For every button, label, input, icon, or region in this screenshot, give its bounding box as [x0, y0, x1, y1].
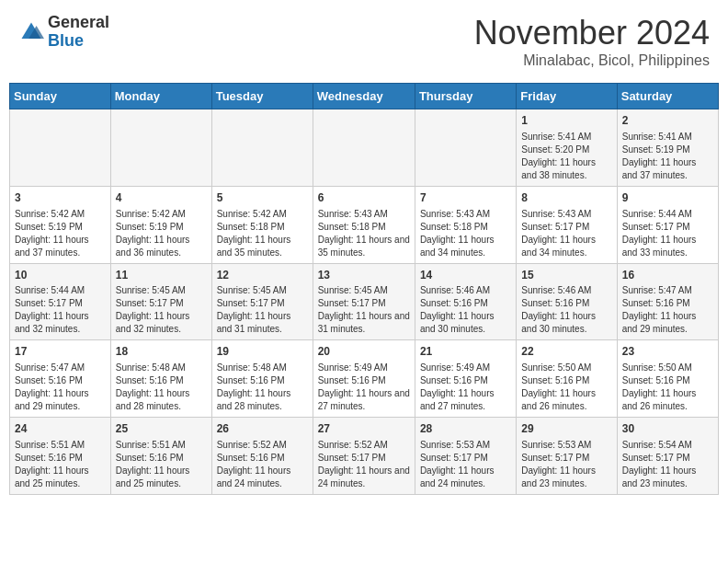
title-block: November 2024 Minalabac, Bicol, Philippi…	[474, 14, 710, 69]
weekday-header: Tuesday	[211, 84, 313, 109]
calendar-cell: 25Sunrise: 5:51 AMSunset: 5:16 PMDayligh…	[110, 418, 211, 495]
calendar-cell: 17Sunrise: 5:47 AMSunset: 5:16 PMDayligh…	[10, 340, 111, 418]
page-header: General Blue November 2024 Minalabac, Bi…	[9, 9, 719, 74]
day-info: Sunrise: 5:46 AMSunset: 5:16 PMDaylight:…	[420, 284, 511, 336]
calendar-cell: 14Sunrise: 5:46 AMSunset: 5:16 PMDayligh…	[415, 263, 516, 340]
day-number: 10	[15, 268, 106, 283]
calendar-cell: 8Sunrise: 5:43 AMSunset: 5:17 PMDaylight…	[517, 186, 617, 263]
calendar-cell: 16Sunrise: 5:47 AMSunset: 5:16 PMDayligh…	[617, 263, 718, 340]
calendar-cell: 9Sunrise: 5:44 AMSunset: 5:17 PMDaylight…	[617, 186, 718, 263]
calendar-week-row: 10Sunrise: 5:44 AMSunset: 5:17 PMDayligh…	[10, 263, 719, 340]
calendar-week-row: 3Sunrise: 5:42 AMSunset: 5:19 PMDaylight…	[10, 186, 719, 263]
day-number: 28	[420, 421, 511, 437]
calendar-cell: 21Sunrise: 5:49 AMSunset: 5:16 PMDayligh…	[415, 340, 516, 418]
day-info: Sunrise: 5:45 AMSunset: 5:17 PMDaylight:…	[318, 284, 410, 336]
day-number: 16	[622, 268, 713, 283]
day-info: Sunrise: 5:53 AMSunset: 5:17 PMDaylight:…	[521, 439, 611, 490]
day-info: Sunrise: 5:41 AMSunset: 5:20 PMDaylight:…	[521, 131, 611, 182]
day-number: 12	[217, 268, 308, 283]
day-info: Sunrise: 5:50 AMSunset: 5:16 PMDaylight:…	[521, 362, 611, 413]
day-info: Sunrise: 5:47 AMSunset: 5:16 PMDaylight:…	[622, 284, 713, 336]
day-number: 8	[521, 190, 611, 206]
calendar-cell	[313, 109, 415, 187]
weekday-header: Wednesday	[313, 84, 415, 109]
day-number: 4	[116, 190, 207, 206]
day-info: Sunrise: 5:44 AMSunset: 5:17 PMDaylight:…	[622, 208, 713, 259]
day-number: 27	[318, 421, 410, 437]
day-info: Sunrise: 5:50 AMSunset: 5:16 PMDaylight:…	[622, 362, 713, 413]
day-number: 20	[318, 344, 410, 360]
calendar-table: SundayMondayTuesdayWednesdayThursdayFrid…	[9, 83, 719, 495]
calendar-cell: 22Sunrise: 5:50 AMSunset: 5:16 PMDayligh…	[517, 340, 617, 418]
calendar-cell	[415, 109, 516, 187]
day-number: 29	[521, 421, 611, 437]
day-info: Sunrise: 5:54 AMSunset: 5:17 PMDaylight:…	[622, 439, 713, 490]
calendar-cell: 24Sunrise: 5:51 AMSunset: 5:16 PMDayligh…	[10, 418, 111, 495]
calendar-cell: 30Sunrise: 5:54 AMSunset: 5:17 PMDayligh…	[617, 418, 718, 495]
day-info: Sunrise: 5:52 AMSunset: 5:17 PMDaylight:…	[318, 439, 410, 490]
day-number: 22	[521, 344, 611, 360]
day-info: Sunrise: 5:43 AMSunset: 5:18 PMDaylight:…	[420, 208, 511, 259]
calendar-week-row: 17Sunrise: 5:47 AMSunset: 5:16 PMDayligh…	[10, 340, 719, 418]
calendar-cell: 7Sunrise: 5:43 AMSunset: 5:18 PMDaylight…	[415, 186, 516, 263]
day-number: 5	[217, 190, 308, 206]
day-number: 2	[622, 113, 713, 129]
day-info: Sunrise: 5:52 AMSunset: 5:16 PMDaylight:…	[217, 439, 308, 490]
logo-icon	[18, 19, 44, 45]
month-title: November 2024	[474, 14, 710, 52]
day-number: 14	[420, 268, 511, 283]
day-info: Sunrise: 5:41 AMSunset: 5:19 PMDaylight:…	[622, 131, 713, 182]
calendar-cell: 6Sunrise: 5:43 AMSunset: 5:18 PMDaylight…	[313, 186, 415, 263]
calendar-cell: 19Sunrise: 5:48 AMSunset: 5:16 PMDayligh…	[211, 340, 313, 418]
location-title: Minalabac, Bicol, Philippines	[474, 52, 710, 69]
day-number: 6	[318, 190, 410, 206]
day-info: Sunrise: 5:46 AMSunset: 5:16 PMDaylight:…	[521, 284, 611, 336]
day-number: 15	[521, 268, 611, 283]
day-info: Sunrise: 5:42 AMSunset: 5:18 PMDaylight:…	[217, 208, 308, 259]
day-number: 21	[420, 344, 511, 360]
day-number: 3	[15, 190, 106, 206]
day-number: 18	[116, 344, 207, 360]
day-number: 26	[217, 421, 308, 437]
day-number: 25	[116, 421, 207, 437]
calendar-cell: 11Sunrise: 5:45 AMSunset: 5:17 PMDayligh…	[110, 263, 211, 340]
calendar-cell: 13Sunrise: 5:45 AMSunset: 5:17 PMDayligh…	[313, 263, 415, 340]
calendar-cell	[110, 109, 211, 187]
day-info: Sunrise: 5:53 AMSunset: 5:17 PMDaylight:…	[420, 439, 511, 490]
day-info: Sunrise: 5:48 AMSunset: 5:16 PMDaylight:…	[217, 362, 308, 413]
day-info: Sunrise: 5:42 AMSunset: 5:19 PMDaylight:…	[15, 208, 106, 259]
calendar-cell: 27Sunrise: 5:52 AMSunset: 5:17 PMDayligh…	[313, 418, 415, 495]
calendar-header-row: SundayMondayTuesdayWednesdayThursdayFrid…	[10, 84, 719, 109]
day-info: Sunrise: 5:42 AMSunset: 5:19 PMDaylight:…	[116, 208, 207, 259]
day-number: 7	[420, 190, 511, 206]
logo-text: General Blue	[48, 14, 109, 51]
day-info: Sunrise: 5:49 AMSunset: 5:16 PMDaylight:…	[420, 362, 511, 413]
day-number: 30	[622, 421, 713, 437]
day-number: 1	[521, 113, 611, 129]
calendar-cell: 2Sunrise: 5:41 AMSunset: 5:19 PMDaylight…	[617, 109, 718, 187]
day-info: Sunrise: 5:43 AMSunset: 5:17 PMDaylight:…	[521, 208, 611, 259]
calendar-cell: 18Sunrise: 5:48 AMSunset: 5:16 PMDayligh…	[110, 340, 211, 418]
weekday-header: Sunday	[10, 84, 111, 109]
weekday-header: Saturday	[617, 84, 718, 109]
calendar-cell: 26Sunrise: 5:52 AMSunset: 5:16 PMDayligh…	[211, 418, 313, 495]
day-number: 11	[116, 268, 207, 283]
calendar-cell: 12Sunrise: 5:45 AMSunset: 5:17 PMDayligh…	[211, 263, 313, 340]
day-info: Sunrise: 5:49 AMSunset: 5:16 PMDaylight:…	[318, 362, 410, 413]
day-number: 17	[15, 344, 106, 360]
day-info: Sunrise: 5:45 AMSunset: 5:17 PMDaylight:…	[116, 284, 207, 336]
calendar-cell: 3Sunrise: 5:42 AMSunset: 5:19 PMDaylight…	[10, 186, 111, 263]
calendar-cell: 15Sunrise: 5:46 AMSunset: 5:16 PMDayligh…	[517, 263, 617, 340]
calendar-cell: 4Sunrise: 5:42 AMSunset: 5:19 PMDaylight…	[110, 186, 211, 263]
calendar-cell: 1Sunrise: 5:41 AMSunset: 5:20 PMDaylight…	[517, 109, 617, 187]
day-info: Sunrise: 5:45 AMSunset: 5:17 PMDaylight:…	[217, 284, 308, 336]
calendar-cell: 20Sunrise: 5:49 AMSunset: 5:16 PMDayligh…	[313, 340, 415, 418]
calendar-cell: 29Sunrise: 5:53 AMSunset: 5:17 PMDayligh…	[517, 418, 617, 495]
calendar-cell	[10, 109, 111, 187]
day-number: 23	[622, 344, 713, 360]
calendar-week-row: 24Sunrise: 5:51 AMSunset: 5:16 PMDayligh…	[10, 418, 719, 495]
calendar-week-row: 1Sunrise: 5:41 AMSunset: 5:20 PMDaylight…	[10, 109, 719, 187]
calendar-cell: 5Sunrise: 5:42 AMSunset: 5:18 PMDaylight…	[211, 186, 313, 263]
calendar-cell: 23Sunrise: 5:50 AMSunset: 5:16 PMDayligh…	[617, 340, 718, 418]
day-info: Sunrise: 5:51 AMSunset: 5:16 PMDaylight:…	[116, 439, 207, 490]
